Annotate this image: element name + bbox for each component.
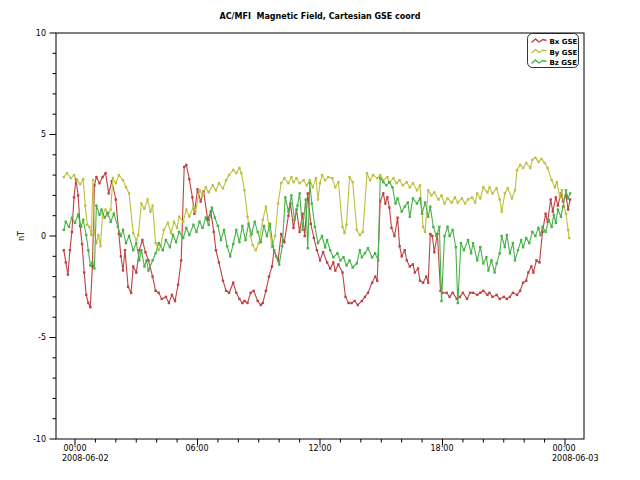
magnetic-field-plot: AC/MFI Magnetic Field, Cartesian GSE coo… <box>0 0 640 480</box>
y-tick-label: 0 <box>41 232 46 241</box>
y-axis-label: nT <box>17 231 26 241</box>
y-tick-label: -10 <box>33 435 46 444</box>
x-tick-label: 18:00 <box>430 444 453 453</box>
x-tick-label: 06:00 <box>185 444 208 453</box>
legend-label-bz: Bz GSE <box>550 59 578 67</box>
legend: Bx GSE By GSE Bz GSE <box>528 34 579 68</box>
legend-label-by: By GSE <box>550 49 578 57</box>
chart-title: AC/MFI Magnetic Field, Cartesian GSE coo… <box>219 12 420 21</box>
y-tick-label: -5 <box>38 333 46 342</box>
x-axis-date-left: 2008-06-02 <box>62 454 109 463</box>
y-tick-label: 10 <box>36 29 46 38</box>
y-tick-label: 5 <box>41 130 46 139</box>
x-axis-date-right: 2008-06-03 <box>552 454 599 463</box>
legend-label-bx: Bx GSE <box>550 38 578 46</box>
x-tick-label: 00:00 <box>552 444 575 453</box>
